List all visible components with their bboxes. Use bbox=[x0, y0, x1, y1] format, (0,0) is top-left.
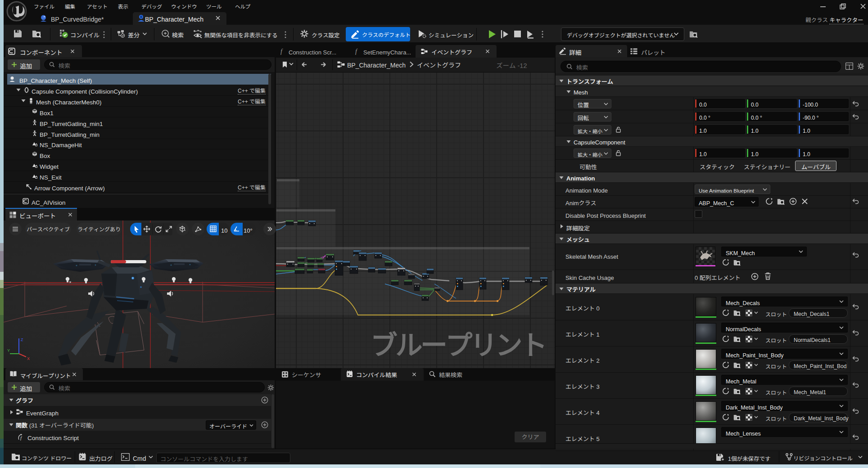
svg-text:f: f bbox=[355, 48, 358, 55]
svg-text:Y: Y bbox=[7, 348, 10, 353]
svg-text:f: f bbox=[280, 48, 283, 55]
svg-text:f: f bbox=[20, 435, 23, 441]
svg-text:X: X bbox=[27, 356, 30, 361]
svg-text:Z: Z bbox=[21, 338, 23, 342]
